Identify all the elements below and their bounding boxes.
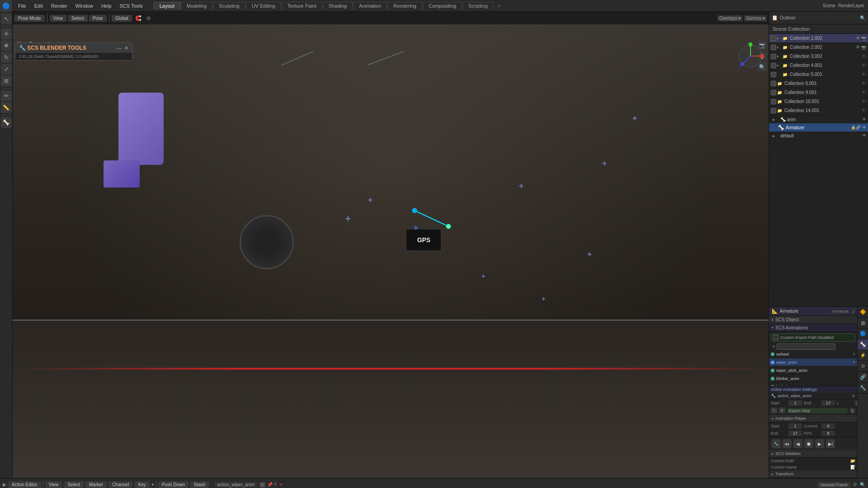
collection-checkbox-9[interactable] xyxy=(771,108,776,113)
workspace-uv-editing[interactable]: UV Editing xyxy=(246,2,281,9)
player-start-value[interactable]: 1 xyxy=(788,423,802,429)
collection-checkbox-7[interactable] xyxy=(771,90,776,95)
playback-stop[interactable]: ⏹ xyxy=(804,439,813,448)
anim-high-beam[interactable]: high_beam_anim xyxy=(769,383,857,386)
render-layer-name[interactable]: RenderLayer xyxy=(838,3,864,8)
plus-btn[interactable]: + xyxy=(779,408,785,413)
armature-vis[interactable]: 👁 xyxy=(862,125,866,130)
workspace-modeling[interactable]: Modeling xyxy=(181,2,213,9)
workspace-add-tab[interactable]: + xyxy=(494,2,504,9)
collection-item-4[interactable]: ▸ 📁 Collection 4.001 👁 xyxy=(769,61,868,70)
viewport-pose-menu[interactable]: Pose xyxy=(89,15,107,22)
menu-edit[interactable]: Edit xyxy=(31,2,47,9)
player-end-value[interactable]: 17 xyxy=(788,431,802,436)
collection-item-7[interactable]: 📁 Collection 9.001 👁 xyxy=(769,88,868,97)
workspace-compositing[interactable]: Compositing xyxy=(423,2,462,9)
proportional-edit-icon[interactable]: ⊙ xyxy=(145,15,152,21)
playback-prev-frame[interactable]: ◀ xyxy=(793,439,802,448)
gizmo-btn[interactable]: Gizmos ▾ xyxy=(744,15,767,21)
menu-render[interactable]: Render xyxy=(47,2,71,9)
custom-path-icon[interactable]: 📂 xyxy=(850,459,855,463)
playback-next-frame[interactable]: ▶| xyxy=(826,439,835,448)
workspace-layout[interactable]: Layout xyxy=(154,2,180,9)
tab-material[interactable]: 🔵 xyxy=(858,328,868,339)
minus-btn[interactable]: − xyxy=(771,408,777,413)
3d-viewport[interactable]: Pose Mode View Select Pose Global 🧲 ⊙ Ov… xyxy=(13,12,769,478)
collection-hidden-5[interactable]: 👁 xyxy=(862,72,866,77)
anim-wiper[interactable]: wiper_anim + xyxy=(769,358,857,366)
collection-checkbox-2[interactable] xyxy=(771,45,776,50)
push-down-btn[interactable]: Push Down xyxy=(158,481,189,488)
menu-window[interactable]: Window xyxy=(72,2,97,9)
collection-hidden-3[interactable]: 👁 xyxy=(862,54,866,59)
collection-hidden-8[interactable]: 👁 xyxy=(862,99,866,104)
collection-visible-1[interactable]: 👁 xyxy=(856,36,860,41)
menu-scs-tools[interactable]: SCS Tools xyxy=(116,2,146,9)
tool-annotate[interactable]: ✏ xyxy=(1,90,12,101)
tool-bone-roll[interactable]: 🦴 xyxy=(1,117,12,128)
collection-item-5[interactable]: 📁 Collection 5.001 👁 xyxy=(769,70,868,79)
tool-select[interactable]: ↖ xyxy=(1,14,12,24)
collection-item-1[interactable]: ▸ 📁 Collection 1.002 👁 📷 xyxy=(769,34,868,43)
scene-name[interactable]: Scene xyxy=(823,3,835,8)
menu-file[interactable]: File xyxy=(14,2,30,9)
overlay-btn[interactable]: Overlays ▾ xyxy=(717,15,742,21)
blender-logo[interactable]: 🔵 xyxy=(0,0,12,12)
scs-animations-header[interactable]: ▾ SCS Animations xyxy=(769,324,857,332)
collection-checkbox-4[interactable] xyxy=(771,63,776,68)
action-channel-btn[interactable]: Channel xyxy=(108,481,132,488)
collection-render-1[interactable]: 📷 xyxy=(861,36,866,41)
default-vis[interactable]: 👁 xyxy=(862,133,866,138)
outliner-default[interactable]: ▸ default 👁 xyxy=(769,131,868,140)
timeline-settings[interactable]: ⚙ xyxy=(853,482,857,487)
anim-start-value[interactable]: 1 xyxy=(788,400,802,406)
collection-item-8[interactable]: 📁 Collection 10.001 👁 xyxy=(769,97,868,106)
tool-rotate[interactable]: ↻ xyxy=(1,52,12,63)
action-filter-icon[interactable]: ▾ xyxy=(151,482,154,488)
scs-panel-close[interactable]: ✕ xyxy=(124,45,128,51)
tab-particles[interactable]: ⚡ xyxy=(858,350,868,361)
playback-rewind[interactable]: ⏮ xyxy=(783,439,792,448)
anim-wiper-stick[interactable]: wiper_stick_anim xyxy=(769,366,857,375)
filter-icon[interactable]: 🔍 xyxy=(860,15,865,20)
anim-end-value[interactable]: 17 xyxy=(821,400,835,406)
anim-player-header[interactable]: ▾ Animation Player xyxy=(769,415,857,422)
export-path-checkbox[interactable] xyxy=(773,335,778,340)
anim-add-wiper[interactable]: + xyxy=(853,360,855,365)
viewport-content[interactable]: GPS User Perspective (9) Armature : wipe… xyxy=(13,24,769,478)
frame-snap-btn[interactable]: Nearest Frame xyxy=(818,482,850,488)
hash-input[interactable] xyxy=(777,343,835,350)
collection-visible-2[interactable]: 👁 xyxy=(856,45,860,50)
transform-header[interactable]: ▸ Transform xyxy=(769,470,857,478)
tool-move[interactable]: ✥ xyxy=(1,40,12,51)
tool-cursor[interactable]: ✛ xyxy=(1,28,12,39)
viewport-orientation[interactable]: Global xyxy=(112,15,132,22)
viewport-view-menu[interactable]: View xyxy=(50,15,67,22)
anim-blinker[interactable]: blinker_anim xyxy=(769,375,857,383)
action-name-field[interactable]: action_wiper_anim xyxy=(214,482,257,488)
collection-item-3[interactable]: ▸ 📁 Collection 3.002 👁 xyxy=(769,52,868,61)
tab-constraints[interactable]: 🔗 xyxy=(858,372,868,383)
workspace-rendering[interactable]: Rendering xyxy=(387,2,422,9)
tab-scs[interactable]: 🔧 xyxy=(858,383,868,394)
action-fake-user[interactable]: F xyxy=(274,482,277,487)
viewport-select-menu[interactable]: Select xyxy=(68,15,88,22)
outliner-arim[interactable]: ▸ 🦴 arim 👁 xyxy=(769,115,868,123)
outliner-icon-btn[interactable]: 📋 xyxy=(772,15,778,21)
action-select-btn[interactable]: Select xyxy=(64,481,84,488)
anim-add-swheel[interactable]: + xyxy=(853,352,855,357)
workspace-texture-paint[interactable]: Texture Paint xyxy=(282,2,322,9)
scs-skeleton-header[interactable]: ▸ SCS Skeleton xyxy=(769,450,857,458)
tool-scale[interactable]: ⤢ xyxy=(1,64,12,75)
scs-panel-minimize[interactable]: — xyxy=(117,45,122,51)
scs-object-header[interactable]: ▸ SCS Object xyxy=(769,316,857,324)
export-step-value[interactable]: 1 xyxy=(849,408,855,413)
action-key-btn[interactable]: Key xyxy=(134,481,149,488)
tab-physics[interactable]: ⚙ xyxy=(858,361,868,372)
collection-checkbox-5[interactable] xyxy=(771,72,776,77)
fps-value[interactable]: 8 xyxy=(821,431,835,436)
tab-object[interactable]: 🔶 xyxy=(858,307,868,318)
workspace-sculpting[interactable]: Sculpting xyxy=(213,2,245,9)
collection-hidden-7[interactable]: 👁 xyxy=(862,90,866,95)
collection-item-2[interactable]: ▸ 📁 Collection 2.002 👁 📷 xyxy=(769,43,868,52)
